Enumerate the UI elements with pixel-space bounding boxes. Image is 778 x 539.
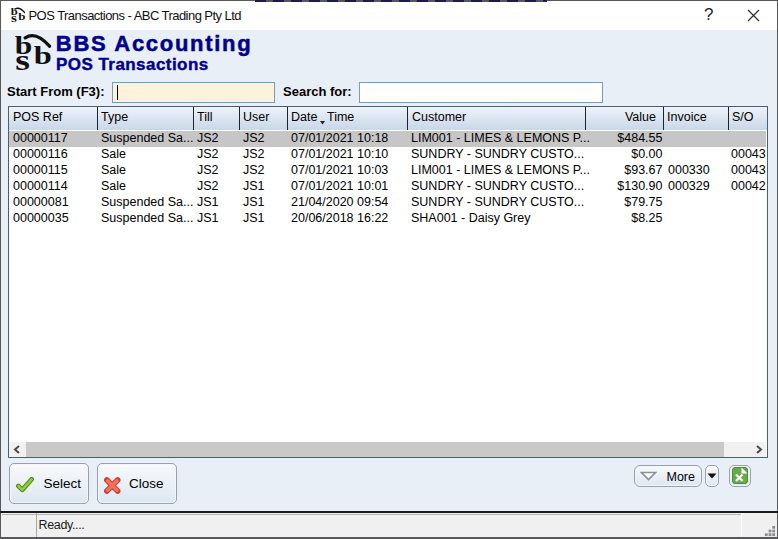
svg-text:s: s — [11, 11, 17, 24]
svg-text:s: s — [15, 44, 30, 76]
